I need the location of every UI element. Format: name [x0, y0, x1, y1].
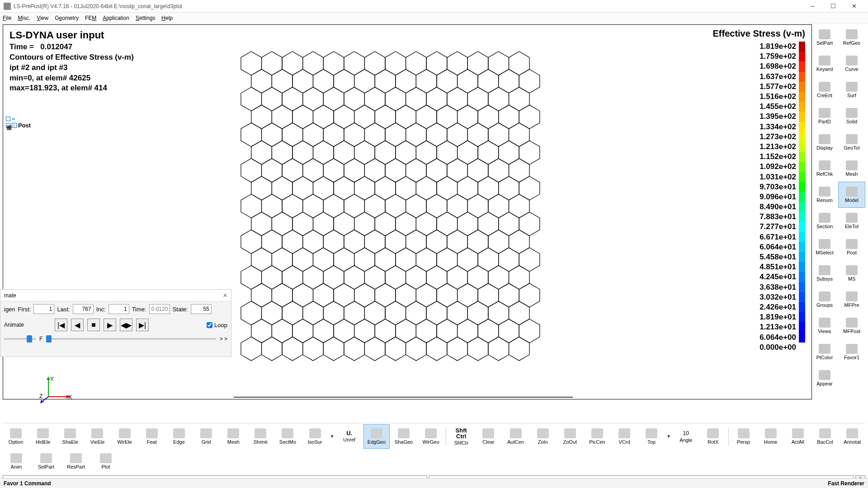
btool-option[interactable]: Option: [3, 424, 29, 449]
rtool-mselect[interactable]: MSelect: [811, 234, 838, 260]
btool-wirele[interactable]: WirEle: [112, 424, 138, 449]
inc-input[interactable]: [108, 304, 129, 314]
menu-application[interactable]: Application: [103, 15, 129, 21]
btool-shaele[interactable]: ShaEle: [57, 424, 83, 449]
rtool-surf[interactable]: Surf: [838, 77, 865, 103]
rtool-eletol[interactable]: EleTol: [838, 208, 865, 234]
tree-expand-icon[interactable]: [6, 117, 10, 121]
first-input[interactable]: [33, 304, 54, 314]
loop-checkbox[interactable]: [207, 322, 212, 328]
bounce-button[interactable]: ◀▶: [120, 319, 132, 331]
btool-label: IsoSur: [308, 439, 322, 445]
menu-help[interactable]: Help: [161, 15, 173, 21]
rtool-geotol[interactable]: GeoTol: [838, 129, 865, 155]
rtool-section[interactable]: Section: [811, 208, 838, 234]
btool-persp[interactable]: Persp: [730, 424, 756, 449]
btool-home[interactable]: Home: [758, 424, 784, 449]
btool-shrink[interactable]: Shrink: [247, 424, 274, 449]
btool-isosur[interactable]: IsoSur: [302, 424, 328, 449]
btool-top[interactable]: Top: [638, 424, 665, 449]
rtool-subsys[interactable]: Subsys: [811, 260, 838, 286]
rtool-refchk[interactable]: RefChk: [811, 155, 838, 182]
last-frame-button[interactable]: ▶|: [136, 319, 149, 331]
last-input[interactable]: [73, 304, 94, 314]
btool-vieele[interactable]: VieEle: [84, 424, 110, 449]
rtool-solid[interactable]: Solid: [838, 103, 865, 129]
rtool-partd[interactable]: PartD: [811, 103, 838, 129]
rtool-ms[interactable]: MS: [838, 260, 865, 286]
btool-mesh[interactable]: Mesh: [220, 424, 246, 449]
rtool-mfpost[interactable]: MFPost: [838, 313, 865, 339]
menu-fem[interactable]: FEM: [85, 15, 96, 21]
maximize-button[interactable]: ☐: [823, 0, 844, 13]
menu-view[interactable]: View: [37, 15, 48, 21]
slider-more[interactable]: > >: [220, 336, 227, 342]
stop-button[interactable]: ■: [87, 319, 100, 331]
legend-swatch: [799, 61, 805, 71]
btool-clear[interactable]: Clear: [475, 424, 501, 449]
play-button[interactable]: ▶: [104, 319, 116, 331]
frame-slider[interactable]: [46, 338, 216, 340]
time-input[interactable]: [149, 304, 170, 314]
rtool-model[interactable]: Model: [838, 182, 865, 208]
btool-grid[interactable]: Grid: [193, 424, 219, 449]
rtool-views[interactable]: Views: [811, 313, 838, 339]
btool-autcen[interactable]: AutCen: [502, 424, 528, 449]
btool-rotx[interactable]: RotX: [700, 424, 726, 449]
tree-post-label[interactable]: Post: [18, 122, 31, 129]
minimize-button[interactable]: ─: [802, 0, 823, 13]
rtool-curve[interactable]: Curve: [838, 51, 865, 77]
btool-edggeo[interactable]: EdgGeo: [363, 424, 390, 449]
btool-wirgeo[interactable]: WirGeo: [418, 424, 444, 449]
tree-checkbox[interactable]: ✓: [12, 123, 17, 128]
dropdown-icon[interactable]: ▼: [329, 434, 335, 439]
btool-baccol[interactable]: BacCol: [812, 424, 838, 449]
tree-chevron-icon[interactable]: »: [12, 115, 15, 122]
btool-shfctr[interactable]: Shft CtrlShfCtr: [448, 424, 474, 449]
legend-swatch: [799, 102, 805, 112]
btool-sectmo[interactable]: SectMo: [274, 424, 301, 449]
rtool-keywrd[interactable]: Keywrd: [811, 51, 838, 77]
btool-hidele[interactable]: HidEle: [30, 424, 56, 449]
btool-zoin[interactable]: ZoIn: [530, 424, 556, 449]
first-frame-button[interactable]: |◀: [55, 319, 67, 331]
menu-geometry[interactable]: Geometry: [55, 15, 79, 21]
menu-file[interactable]: File: [3, 15, 11, 21]
btool-plot[interactable]: Plot: [92, 450, 119, 473]
tree-expand-icon-2[interactable]: ▦: [6, 123, 10, 128]
btool-anim[interactable]: Anim: [3, 450, 30, 473]
prev-frame-button[interactable]: ◀: [71, 319, 84, 331]
btool-unref[interactable]: U.Unref: [336, 424, 363, 449]
btool-angle[interactable]: 10Angle: [673, 424, 699, 449]
animate-panel-close-icon[interactable]: ✕: [223, 292, 227, 299]
btool-actall[interactable]: ActAll: [785, 424, 811, 449]
rtool-creent[interactable]: CreEnt: [811, 77, 838, 103]
rtool-renum[interactable]: Renum: [811, 182, 838, 208]
close-button[interactable]: ✕: [844, 0, 864, 13]
speed-slider[interactable]: [4, 338, 36, 340]
rtool-favor1[interactable]: Favor1: [838, 339, 865, 365]
btool-selpart2[interactable]: SelPart: [33, 450, 60, 473]
btool-shageo[interactable]: ShaGeo: [391, 424, 417, 449]
btool-feat[interactable]: Feat: [139, 424, 165, 449]
btool-edge[interactable]: Edge: [166, 424, 192, 449]
btool-zoout[interactable]: ZoOut: [557, 424, 583, 449]
rtool-display[interactable]: Display: [811, 129, 838, 155]
btool-vcrd[interactable]: VCrd: [611, 424, 637, 449]
menu-settings[interactable]: Settings: [136, 15, 155, 21]
rtool-groups[interactable]: Groups: [811, 286, 838, 313]
dropdown-icon[interactable]: ▼: [665, 434, 672, 439]
rtool-refgeo[interactable]: RefGeo: [838, 24, 865, 51]
rtool-mfpre[interactable]: MFPre: [838, 286, 865, 313]
state-input[interactable]: [191, 304, 212, 314]
rtool-ptcolor[interactable]: PtColor: [811, 339, 838, 365]
menu-misc[interactable]: Misc.: [18, 15, 30, 21]
rtool-selpart[interactable]: SelPart: [811, 24, 838, 51]
rtool-appear[interactable]: Appear: [811, 365, 838, 391]
btool-respart[interactable]: ResPart: [62, 450, 90, 473]
btool-piccen[interactable]: PicCen: [584, 424, 610, 449]
rtool-mesh[interactable]: Mesh: [838, 155, 865, 182]
rtool-post[interactable]: Post: [838, 234, 865, 260]
rtool-label: Keywrd: [816, 66, 833, 72]
btool-annotat[interactable]: Annotat: [839, 424, 865, 449]
